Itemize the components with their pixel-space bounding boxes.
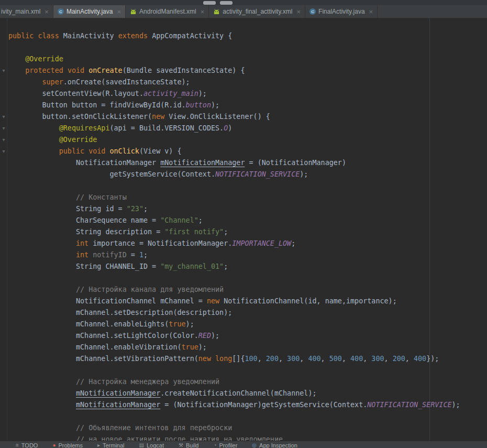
tool-window-label: Build — [186, 442, 198, 448]
android-icon — [213, 8, 220, 15]
build-icon: ⚒ — [179, 443, 183, 448]
app-inspection-icon: ◎ — [252, 443, 257, 448]
code-line[interactable]: @RequiresApi(api = Build.VERSION_CODES.O… — [8, 123, 487, 134]
todo-icon: ≡ — [16, 443, 19, 448]
code-line[interactable]: CharSequence name = "Channel"; — [8, 215, 487, 226]
close-icon[interactable]: × — [201, 8, 205, 15]
main-toolbar — [0, 0, 487, 5]
profiler-icon: ◔ — [213, 443, 216, 448]
code-content[interactable]: public class MainActivity extends AppCom… — [0, 18, 487, 441]
code-line[interactable]: mChannel.setDescription(description); — [8, 307, 487, 319]
code-line[interactable]: setContentView(R.layout.activity_main); — [8, 88, 487, 100]
close-icon[interactable]: × — [45, 8, 49, 15]
code-line[interactable]: @Override — [8, 53, 487, 65]
toolbar-button[interactable] — [220, 1, 233, 5]
code-line[interactable] — [8, 42, 487, 53]
android-icon — [130, 8, 137, 15]
tool-window-button-terminal[interactable]: ▸Terminal — [97, 442, 125, 448]
fold-arrow-icon[interactable]: ▾ — [1, 111, 7, 123]
problems-icon: ● — [52, 443, 56, 448]
code-line[interactable]: Button button = findViewById(R.id.button… — [8, 100, 487, 111]
code-line[interactable]: int importance = NotificationManager.IMP… — [8, 238, 487, 249]
tool-window-button-app-inspection[interactable]: ◎App Inspection — [252, 442, 297, 448]
tab-label: ivity_main.xml — [1, 8, 40, 15]
fold-arrow-icon[interactable]: ▾ — [1, 65, 7, 77]
code-line[interactable]: button.setOnClickListener(new View.OnCli… — [8, 111, 487, 123]
tool-window-label: TODO — [21, 442, 38, 448]
tool-window-label: App Inspection — [259, 442, 297, 448]
code-line[interactable]: mNotificationManager = (NotificationMana… — [8, 399, 487, 411]
editor-tab-androidmanifest-xml[interactable]: AndroidManifest.xml× — [126, 5, 209, 18]
tool-window-button-logcat[interactable]: ▤Logcat — [139, 442, 164, 448]
code-line[interactable]: // на новое активити после нажатия на ув… — [8, 434, 487, 441]
code-line[interactable] — [8, 411, 487, 422]
tool-window-button-problems[interactable]: ●Problems — [52, 442, 83, 448]
editor-area[interactable]: public class MainActivity extends AppCom… — [0, 18, 487, 441]
fold-arrow-icon[interactable]: ▾ — [1, 134, 7, 146]
tool-window-label: Problems — [58, 442, 82, 448]
code-line[interactable]: // Обьявление интентов для переброски — [8, 422, 487, 434]
code-line[interactable]: String description = "first notify"; — [8, 226, 487, 238]
fold-arrow-icon[interactable]: ▾ — [1, 123, 7, 134]
code-line[interactable] — [8, 272, 487, 284]
tab-label: MainActivity.java — [67, 8, 113, 15]
java-class-icon: C — [58, 8, 64, 15]
code-line[interactable]: String CHANNEL_ID = "my_channel_01"; — [8, 261, 487, 272]
tab-label: FinalActivity.java — [318, 8, 364, 15]
code-line[interactable]: public void onClick(View v) { — [8, 146, 487, 157]
code-line[interactable]: public class MainActivity extends AppCom… — [8, 30, 487, 42]
code-line[interactable]: super.onCreate(savedInstanceState); — [8, 77, 487, 88]
tool-window-button-profiler[interactable]: ◔Profiler — [213, 442, 237, 448]
fold-arrow-icon[interactable]: ▾ — [1, 146, 7, 157]
tool-window-button-todo[interactable]: ≡TODO — [16, 442, 38, 448]
editor-tab-mainactivity-java[interactable]: CMainActivity.java× — [53, 5, 126, 18]
tool-window-button-build[interactable]: ⚒Build — [179, 442, 198, 448]
code-line[interactable]: mChannel.setLightColor(Color.RED); — [8, 330, 487, 342]
code-line[interactable]: NotificationChannel mChannel = new Notif… — [8, 296, 487, 307]
code-line[interactable]: String id = "23"; — [8, 203, 487, 215]
tool-window-label: Logcat — [147, 442, 164, 448]
tool-window-label: Terminal — [103, 442, 125, 448]
tab-label: activity_final_acttivity.xml — [223, 8, 292, 15]
code-line[interactable]: protected void onCreate(Bundle savedInst… — [8, 65, 487, 77]
code-line[interactable]: @Override — [8, 134, 487, 146]
code-line[interactable]: mChannel.enableVibration(true); — [8, 342, 487, 353]
tab-label: AndroidManifest.xml — [139, 8, 196, 15]
close-icon[interactable]: × — [117, 8, 121, 15]
close-icon[interactable]: × — [369, 8, 373, 15]
ide-window: ivity_main.xml×CMainActivity.java×Androi… — [0, 0, 487, 18]
code-line[interactable]: // Настройка менеджера уведомлений — [8, 376, 487, 388]
code-line[interactable]: getSystemService(Context.NOTIFICATION_SE… — [8, 169, 487, 180]
tab-bar: ivity_main.xml×CMainActivity.java×Androi… — [0, 5, 487, 18]
code-line[interactable]: mChannel.setVibrationPattern(new long[]{… — [8, 353, 487, 365]
editor-tab-finalactivity-java[interactable]: CFinalActivity.java× — [305, 5, 378, 18]
editor-tab-activity-final-acttivity-xml[interactable]: activity_final_acttivity.xml× — [209, 5, 305, 18]
java-class-icon: C — [309, 8, 316, 15]
code-line[interactable]: int notifyID = 1; — [8, 249, 487, 261]
terminal-icon: ▸ — [97, 443, 100, 448]
tool-window-bar: ≡TODO●Problems▸Terminal▤Logcat⚒Build◔Pro… — [0, 441, 487, 448]
code-line[interactable]: // Константы — [8, 192, 487, 203]
code-line[interactable]: // Настройка канала для уведомлений — [8, 284, 487, 296]
close-icon[interactable]: × — [297, 8, 301, 15]
code-line[interactable]: mChannel.enableLights(true); — [8, 319, 487, 330]
code-line[interactable] — [8, 365, 487, 376]
editor-tab-ivity-main-xml[interactable]: ivity_main.xml× — [0, 5, 53, 18]
tool-window-label: Profiler — [219, 442, 238, 448]
code-line[interactable]: mNotificationManager.createNotificationC… — [8, 388, 487, 399]
code-line[interactable] — [8, 180, 487, 192]
toolbar-button[interactable] — [203, 1, 216, 5]
logcat-icon: ▤ — [139, 443, 144, 448]
code-line[interactable]: NotificationManager mNotificationManager… — [8, 157, 487, 169]
